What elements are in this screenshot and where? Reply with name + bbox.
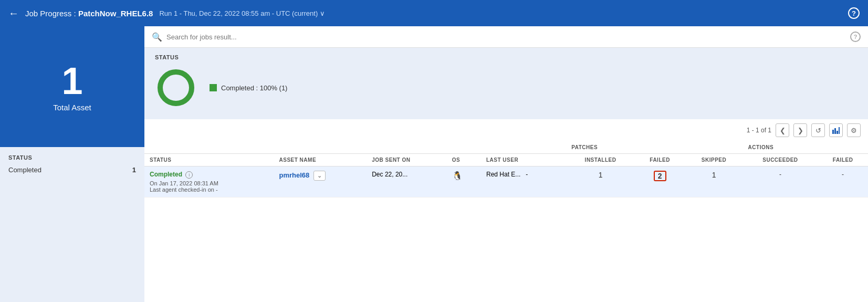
sidebar: 1 Total Asset STATUS Completed 1 — [0, 26, 144, 302]
content-area: 🔍 ? STATUS Completed : 100% — [144, 26, 868, 302]
table-toolbar: 1 - 1 of 1 ❮ ❯ ↺ ⚙ — [144, 119, 868, 141]
donut-chart — [155, 67, 197, 109]
cell-last-user: Red Hat E... - — [481, 166, 566, 197]
status-chart-row: Completed : 100% (1) — [155, 67, 857, 109]
legend-color-completed — [210, 84, 217, 91]
back-button[interactable]: ← — [8, 7, 19, 19]
linux-icon: 🐧 — [452, 171, 463, 180]
status-agent: Last agent checked-in on - — [150, 186, 269, 193]
sidebar-status-section: STATUS Completed 1 — [0, 147, 144, 302]
run-selector[interactable]: Run 1 - Thu, Dec 22, 2022 08:55 am - UTC… — [159, 9, 325, 17]
asset-dropdown-button[interactable]: ⌄ — [313, 171, 326, 181]
col-header-spacer — [144, 141, 566, 154]
sidebar-status-completed-label: Completed — [8, 166, 41, 174]
status-section: STATUS Completed : 100% (1) — [144, 48, 868, 119]
patches-header: PATCHES — [566, 141, 742, 154]
next-page-button[interactable]: ❯ — [793, 123, 807, 137]
table-section: 1 - 1 of 1 ❮ ❯ ↺ ⚙ PATCHES ACTIONS — [144, 119, 868, 302]
search-help-button[interactable]: ? — [850, 32, 861, 42]
cell-os: 🐧 — [447, 166, 481, 197]
status-section-title: STATUS — [155, 54, 857, 60]
page-title: Job Progress : PatchNow_RHEL6.8 — [25, 9, 153, 18]
sidebar-summary: 1 Total Asset — [0, 26, 144, 147]
cell-failed: 2 — [635, 166, 685, 197]
col-skipped: SKIPPED — [685, 154, 742, 166]
cell-succeeded: - — [743, 166, 818, 197]
svg-rect-2 — [832, 130, 834, 134]
status-completed-label: Completed i — [150, 171, 269, 179]
search-icon: 🔍 — [152, 32, 162, 42]
legend-label-completed: Completed : 100% (1) — [221, 84, 287, 92]
svg-rect-4 — [836, 131, 838, 134]
chart-view-button[interactable] — [829, 123, 843, 137]
svg-rect-3 — [834, 128, 836, 134]
actions-header: ACTIONS — [743, 141, 868, 154]
cell-asset-name: pmrhel68 ⌄ — [274, 166, 367, 197]
info-icon[interactable]: i — [185, 171, 193, 179]
col-succeeded: SUCCEEDED — [743, 154, 818, 166]
header: ← Job Progress : PatchNow_RHEL6.8 Run 1 … — [0, 0, 868, 26]
main-layout: 1 Total Asset STATUS Completed 1 🔍 ? STA… — [0, 26, 868, 302]
header-help-button[interactable]: ? — [848, 7, 860, 19]
cell-status: Completed i On Jan 17, 2022 08:31 AM Las… — [144, 166, 274, 197]
col-job-sent-on: JOB SENT ON — [367, 154, 446, 166]
total-asset-count: 1 — [61, 62, 82, 100]
cell-job-sent-on: Dec 22, 20... — [367, 166, 446, 197]
search-input[interactable] — [166, 33, 846, 41]
svg-point-1 — [160, 72, 192, 103]
table-row: Completed i On Jan 17, 2022 08:31 AM Las… — [144, 166, 868, 197]
svg-rect-5 — [839, 127, 840, 134]
cell-installed: 1 — [566, 166, 635, 197]
col-os: OS — [447, 154, 481, 166]
col-status: STATUS — [144, 154, 274, 166]
failed-count-box: 2 — [654, 171, 666, 181]
prev-page-button[interactable]: ❮ — [776, 123, 789, 137]
results-table: PATCHES ACTIONS STATUS ASSET NAME JOB SE… — [144, 141, 868, 197]
col-last-user: LAST USER — [481, 154, 566, 166]
settings-button[interactable]: ⚙ — [847, 123, 861, 137]
pagination-text: 1 - 1 of 1 — [747, 127, 771, 134]
sidebar-status-completed-row[interactable]: Completed 1 — [8, 165, 136, 175]
asset-name-link[interactable]: pmrhel68 — [279, 171, 310, 179]
status-legend: Completed : 100% (1) — [210, 84, 287, 92]
col-installed: INSTALLED — [566, 154, 635, 166]
search-bar: 🔍 ? — [144, 26, 868, 48]
refresh-button[interactable]: ↺ — [811, 123, 825, 137]
cell-skipped: 1 — [685, 166, 742, 197]
cell-actions-failed: - — [818, 166, 868, 197]
total-asset-label: Total Asset — [53, 103, 91, 112]
col-failed: FAILED — [635, 154, 685, 166]
legend-item-completed: Completed : 100% (1) — [210, 84, 287, 92]
col-actions-failed: FAILED — [818, 154, 868, 166]
sidebar-status-completed-count: 1 — [132, 166, 136, 174]
sidebar-status-title: STATUS — [8, 154, 136, 161]
col-asset-name: ASSET NAME — [274, 154, 367, 166]
status-date: On Jan 17, 2022 08:31 AM — [150, 180, 269, 186]
chevron-down-icon: ∨ — [320, 9, 325, 17]
